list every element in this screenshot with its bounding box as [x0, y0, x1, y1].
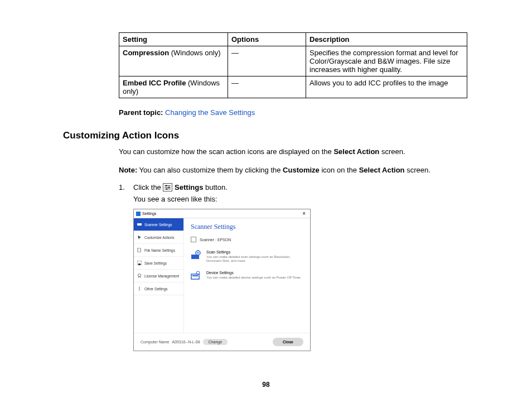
- note-label: Note:: [119, 166, 137, 174]
- step-bold: Settings: [175, 183, 203, 191]
- table-row: Embed ICC Profile (Windows only) — Allow…: [119, 76, 467, 98]
- sidebar-item-label: File Name Settings: [144, 248, 175, 252]
- step-number: 1.: [119, 183, 127, 191]
- sidebar-item-label: Other Settings: [144, 287, 168, 291]
- settings-icon: [163, 183, 172, 191]
- note-text: icon on the: [320, 166, 359, 174]
- settings-dialog-screenshot: Settings × Scanner Settings Customize Ac…: [133, 209, 311, 351]
- sidebar-item-file-name-settings[interactable]: File Name Settings: [134, 244, 183, 257]
- sidebar-item-label: License Management: [144, 274, 179, 278]
- scan-settings-icon: [191, 250, 201, 260]
- step-text: Click the: [133, 183, 163, 191]
- sidebar-item-save-settings[interactable]: Save Settings: [134, 257, 183, 270]
- svg-rect-17: [192, 275, 198, 276]
- step-text: button.: [203, 183, 227, 191]
- cursor-icon: [137, 235, 142, 239]
- sidebar-item-license-management[interactable]: License Management: [134, 270, 183, 282]
- step-1: 1. Click the Settings button.: [119, 183, 469, 191]
- svg-rect-9: [138, 264, 141, 265]
- save-icon: [137, 261, 142, 265]
- dialog-title: Settings: [142, 212, 156, 215]
- change-button[interactable]: Change: [203, 339, 228, 345]
- note-text: You can also customize them by clicking …: [137, 166, 283, 174]
- svg-point-13: [139, 290, 140, 291]
- device-settings-icon: [191, 271, 201, 281]
- note-bold: Customize: [283, 166, 320, 174]
- svg-rect-7: [138, 248, 141, 252]
- scanner-device-icon: [191, 237, 196, 242]
- svg-point-10: [138, 274, 141, 277]
- note-bold: Select Action: [359, 166, 405, 174]
- sidebar-item-customize-actions[interactable]: Customize Actions: [134, 231, 183, 244]
- dialog-main-panel: Scanner Settings Scanner : EPSON Scan Se…: [184, 218, 310, 333]
- dots-icon: [137, 286, 142, 291]
- block-description: You can make detailed device settings su…: [206, 276, 301, 280]
- device-settings-block[interactable]: Device Settings You can make detailed de…: [191, 271, 303, 281]
- setting-qualifier: (Windows only): [169, 49, 220, 57]
- table-row: Compression (Windows only) — Specifies t…: [119, 46, 467, 76]
- svg-point-3: [166, 185, 167, 186]
- computer-name-value: A05310--N-L-08: [172, 340, 200, 344]
- page-number: 98: [0, 381, 532, 389]
- sidebar-item-scanner-settings[interactable]: Scanner Settings: [134, 218, 183, 231]
- sidebar-item-label: Save Settings: [144, 261, 167, 265]
- block-title: Scan Settings: [206, 250, 303, 254]
- close-icon[interactable]: ×: [300, 210, 308, 217]
- parent-topic: Parent topic: Changing the Save Settings: [119, 108, 469, 117]
- computer-name-label: Computer Name: [141, 340, 169, 344]
- note-paragraph: Note: You can also customize them by cli…: [119, 165, 469, 175]
- note-text: screen.: [405, 166, 431, 174]
- th-setting: Setting: [119, 33, 228, 46]
- dialog-footer: Computer Name A05310--N-L-08 Change Clos…: [134, 333, 310, 351]
- badge-icon: [137, 274, 142, 278]
- parent-topic-label: Parent topic:: [119, 108, 163, 117]
- svg-point-11: [139, 287, 140, 288]
- parent-topic-link[interactable]: Changing the Save Settings: [165, 108, 255, 117]
- description-cell: Allows you to add ICC profiles to the im…: [306, 76, 467, 98]
- setting-name: Compression: [123, 49, 169, 57]
- intro-text: You can customize how the scan action ic…: [119, 147, 333, 156]
- scan-settings-block[interactable]: Scan Settings You can make detailed scan…: [191, 250, 303, 263]
- app-icon: [136, 212, 141, 216]
- file-icon: [137, 248, 142, 252]
- options-cell: —: [228, 76, 306, 98]
- section-heading: Customizing Action Icons: [63, 130, 469, 141]
- th-description: Description: [306, 33, 467, 46]
- scanner-label: Scanner : EPSON: [200, 238, 231, 242]
- svg-point-5: [166, 188, 168, 190]
- intro-bold: Select Action: [333, 147, 379, 156]
- scanner-icon: [137, 222, 142, 227]
- block-description: You can make detailed scan settings such…: [206, 255, 303, 263]
- options-cell: —: [228, 46, 306, 76]
- setting-name: Embed ICC Profile: [123, 79, 186, 87]
- step-result: You see a screen like this:: [133, 195, 469, 203]
- sidebar-item-other-settings[interactable]: Other Settings: [134, 282, 183, 295]
- svg-point-4: [168, 186, 170, 188]
- dialog-sidebar: Scanner Settings Customize Actions File …: [134, 218, 184, 333]
- sidebar-item-label: Customize Actions: [144, 236, 174, 239]
- svg-point-12: [139, 288, 140, 289]
- close-button[interactable]: Close: [273, 338, 303, 346]
- panel-title: Scanner Settings: [191, 223, 303, 231]
- block-title: Device Settings: [206, 271, 301, 275]
- sidebar-item-label: Scanner Settings: [144, 223, 172, 227]
- th-options: Options: [228, 33, 306, 46]
- options-table: Setting Options Description Compression …: [119, 32, 467, 98]
- intro-paragraph: You can customize how the scan action ic…: [119, 147, 469, 157]
- intro-text-post: screen.: [379, 147, 405, 156]
- svg-rect-6: [137, 223, 142, 226]
- description-cell: Specifies the compression format and lev…: [306, 46, 467, 76]
- dialog-titlebar: Settings ×: [134, 209, 310, 218]
